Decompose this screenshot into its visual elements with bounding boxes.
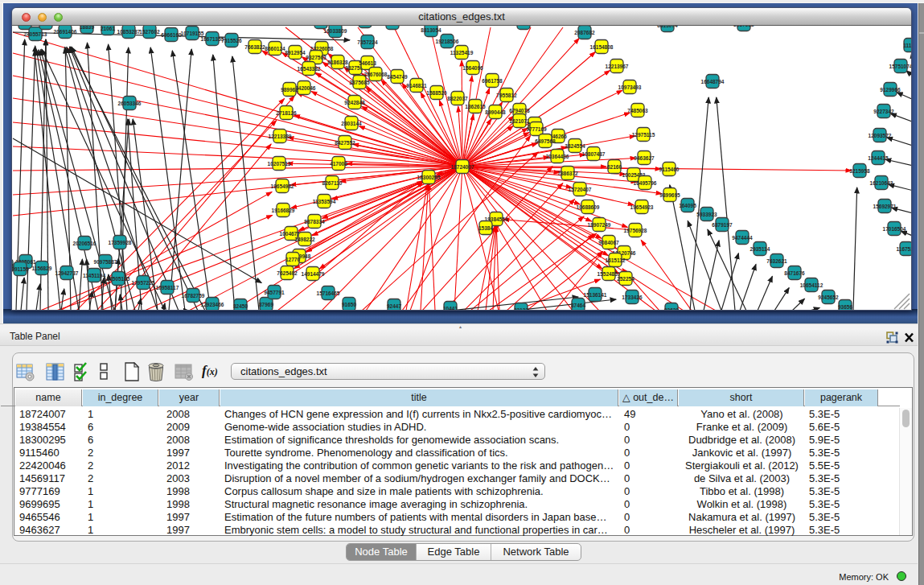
svg-text:9084067: 9084067 [598,240,619,245]
svg-text:3824554: 3824554 [565,143,585,149]
svg-text:7485063: 7485063 [627,108,648,113]
svg-text:19218506: 19218506 [436,39,459,44]
svg-text:19654923: 19654923 [630,204,654,210]
svg-text:10207513: 10207513 [268,161,291,167]
svg-text:1733426: 1733426 [622,295,643,300]
svg-text:8660124: 8660124 [265,46,285,51]
svg-text:7886372: 7886372 [557,171,578,176]
svg-text:1588520: 1588520 [426,90,447,96]
svg-text:8990448: 8990448 [485,109,506,115]
svg-text:1615112: 1615112 [606,257,626,263]
svg-text:15720407: 15720407 [569,187,592,192]
svg-text:10719155: 10719155 [181,31,204,36]
svg-text:12213389: 12213389 [269,134,292,139]
svg-text:10853287: 10853287 [117,29,141,35]
svg-text:9245652: 9245652 [818,295,839,300]
svg-text:16210643: 16210643 [870,180,893,186]
svg-text:9115460: 9115460 [659,167,680,172]
svg-text:11353594: 11353594 [313,199,336,204]
svg-text:93656: 93656 [838,304,852,310]
svg-text:12923466: 12923466 [201,302,224,307]
svg-text:24055713: 24055713 [24,31,47,37]
svg-text:87464: 87464 [571,303,585,308]
svg-text:17957225: 17957225 [132,280,155,286]
svg-text:1564096: 1564096 [462,65,483,71]
svg-text:19756928: 19756928 [624,228,647,233]
svg-text:9327503: 9327503 [306,55,326,60]
svg-text:2935114: 2935114 [750,246,770,252]
svg-text:12213967: 12213967 [606,64,629,69]
svg-text:9227342: 9227342 [873,109,894,114]
svg-text:9146821: 9146821 [406,83,427,89]
svg-text:9242848: 9242848 [344,100,365,105]
svg-text:252254: 252254 [617,276,634,282]
svg-text:2718126: 2718126 [276,110,297,116]
svg-text:7357224: 7357224 [357,39,378,45]
svg-text:1156829: 1156829 [32,266,52,271]
svg-text:8878334: 8878334 [304,219,325,225]
svg-text:1244415: 1244415 [868,155,889,161]
svg-text:417008: 417008 [330,161,347,167]
svg-text:21061: 21061 [101,26,115,31]
svg-text:91650: 91650 [342,302,356,307]
svg-text:8427552: 8427552 [335,140,355,146]
svg-text:18724007: 18724007 [451,164,474,170]
svg-text:1167533: 1167533 [897,246,911,252]
svg-text:17359928: 17359928 [109,240,132,245]
svg-text:15136141: 15136141 [584,292,607,298]
svg-text:16543382: 16543382 [298,66,321,72]
svg-text:28676068: 28676068 [364,72,388,77]
svg-text:8267110: 8267110 [322,180,343,186]
svg-text:8813054: 8813054 [421,27,441,33]
svg-text:15692971: 15692971 [873,204,897,209]
svg-text:20364436: 20364436 [546,154,569,159]
svg-text:14914479: 14914479 [302,271,325,277]
svg-text:18839: 18839 [80,26,94,30]
svg-text:10688609: 10688609 [577,204,600,210]
svg-text:164095: 164095 [679,203,696,208]
svg-text:12770: 12770 [285,257,300,262]
svg-text:62160: 62160 [607,164,622,170]
svg-text:3875685: 3875685 [349,80,370,85]
svg-text:18907249: 18907249 [588,222,611,228]
svg-text:991159: 991159 [12,266,29,272]
svg-text:8822037: 8822037 [447,96,468,101]
svg-text:15716465: 15716465 [317,290,340,296]
svg-text:1362615: 1362615 [465,104,486,109]
svg-text:90975887: 90975887 [94,259,117,265]
svg-text:19166829: 19166829 [272,208,295,213]
svg-text:12093572: 12093572 [869,133,892,138]
svg-text:8471676: 8471676 [784,270,805,276]
svg-text:12505185: 12505185 [107,276,130,282]
svg-text:15751074: 15751074 [889,64,911,69]
svg-text:92620: 92620 [664,307,679,311]
svg-text:8454749: 8454749 [387,74,408,80]
svg-text:9899695: 9899695 [659,192,680,198]
svg-text:1527602: 1527602 [139,29,160,35]
svg-text:6497568: 6497568 [535,138,556,144]
svg-text:6794078: 6794078 [509,108,530,113]
svg-text:8186328: 8186328 [327,60,348,65]
svg-text:7625402: 7625402 [277,270,298,276]
svg-text:10654112: 10654112 [800,282,823,288]
svg-text:6966160: 6966160 [161,32,182,38]
svg-text:11173: 11173 [903,43,911,48]
svg-text:11451194: 11451194 [83,273,106,278]
svg-text:7515526: 7515526 [221,38,242,43]
svg-text:5933923: 5933923 [696,212,717,217]
svg-text:87969: 87969 [259,302,273,307]
svg-text:9777169: 9777169 [526,126,547,132]
svg-text:6961758: 6961758 [482,78,503,84]
svg-text:82450: 82450 [233,303,248,309]
svg-text:16033809: 16033809 [324,28,347,34]
svg-text:989962: 989962 [281,87,298,93]
svg-text:10807487: 10807487 [582,151,606,157]
svg-text:16648794: 16648794 [701,79,725,84]
svg-text:18300295: 18300295 [417,175,441,180]
svg-text:2803144: 2803144 [341,121,362,126]
svg-text:15384: 15384 [478,225,493,231]
svg-text:12942737: 12942737 [55,270,79,276]
svg-text:16495796: 16495796 [634,180,657,186]
svg-text:20691406: 20691406 [54,29,77,35]
svg-text:92447: 92447 [387,303,401,309]
